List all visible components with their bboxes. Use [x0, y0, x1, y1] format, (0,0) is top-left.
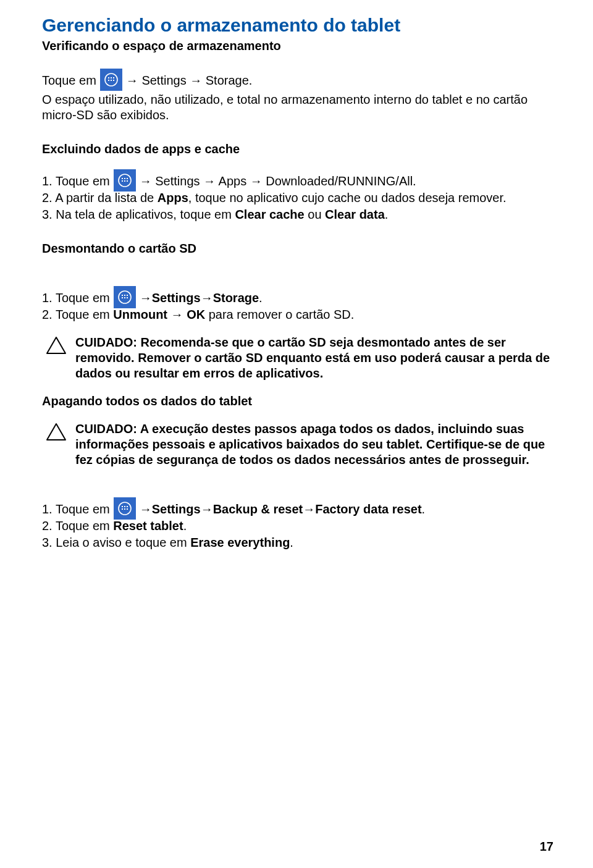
step1-pre: 1. Toque em	[42, 290, 110, 306]
svg-rect-11	[122, 180, 123, 182]
arrow: →	[140, 502, 152, 517]
svg-rect-5	[111, 80, 112, 81]
erase-step-1: 1. Toque em → Settings→ Backup & reset→ …	[42, 497, 551, 517]
excluding-step-2: 2. A partir da lista de Apps, toque no a…	[42, 190, 551, 206]
svg-rect-15	[122, 295, 123, 296]
svg-rect-9	[124, 178, 125, 179]
svg-marker-21	[47, 337, 65, 353]
svg-rect-27	[122, 508, 123, 510]
svg-rect-18	[122, 297, 123, 298]
bold-clear-cache: Clear cache	[235, 208, 304, 221]
step1-post: → Settings → Apps → Downloaded/RUNNING/A…	[140, 174, 416, 189]
arrow: →	[303, 502, 315, 517]
svg-rect-28	[124, 508, 125, 510]
text: 2. A partir da lista de	[42, 191, 158, 204]
period: .	[422, 502, 426, 517]
caution-unmount: CUIDADO: Recomenda-se que o cartão SD se…	[42, 335, 551, 381]
svg-marker-22	[47, 424, 65, 440]
svg-rect-6	[113, 80, 114, 81]
bold-ok: OK	[187, 308, 205, 321]
text: 3. Na tela de aplicativos, toque em	[42, 208, 235, 221]
excluding-step-3: 3. Na tela de aplicativos, toque em Clea…	[42, 207, 551, 222]
text: 2. Toque em	[42, 519, 113, 533]
text: para remover o cartão SD.	[205, 308, 354, 321]
settings-icon	[114, 169, 136, 192]
bold-settings: Settings	[152, 502, 201, 517]
intro-line: Toque em → Settings → Storage.	[42, 69, 551, 88]
svg-rect-8	[122, 178, 123, 179]
bold-erase-everything: Erase everything	[190, 536, 290, 549]
svg-rect-29	[127, 508, 128, 510]
period: .	[259, 290, 263, 306]
svg-rect-19	[124, 297, 125, 298]
bold-backup-reset: Backup & reset	[213, 502, 303, 517]
arrow: →	[140, 290, 152, 306]
svg-rect-20	[127, 297, 128, 298]
bold-clear-data: Clear data	[325, 208, 385, 221]
intro-pre-text: Toque em	[42, 73, 96, 88]
text: ou	[305, 208, 325, 221]
period: .	[183, 519, 187, 533]
arrow: →	[201, 290, 213, 306]
period: .	[290, 536, 293, 549]
document-page: Gerenciando o armazenamento do tablet Ve…	[0, 0, 593, 868]
svg-rect-16	[124, 295, 125, 296]
caution-icon	[46, 423, 67, 441]
heading-excluding: Excluindo dados de apps e cache	[42, 141, 551, 157]
svg-rect-1	[108, 77, 109, 78]
bold-settings: Settings	[152, 290, 201, 306]
bold-apps: Apps	[158, 191, 188, 204]
svg-rect-10	[127, 178, 128, 179]
unmount-step-1: 1. Toque em → Settings → Storage.	[42, 286, 551, 306]
text: 3. Leia o aviso e toque em	[42, 536, 190, 549]
caution-text: CUIDADO: A execução destes passos apaga …	[75, 421, 551, 468]
svg-rect-13	[127, 180, 128, 182]
step1-pre: 1. Toque em	[42, 502, 110, 517]
svg-rect-24	[122, 506, 123, 507]
svg-rect-12	[124, 180, 125, 182]
settings-icon	[114, 286, 136, 308]
arrow: →	[201, 502, 213, 517]
step1-pre: 1. Toque em	[42, 174, 110, 189]
arrow: →	[167, 308, 187, 321]
page-number: 17	[540, 839, 553, 854]
section-subtitle: Verificando o espaço de armazenamento	[42, 38, 551, 54]
erase-step-2: 2. Toque em Reset tablet.	[42, 518, 551, 534]
intro-post-text: → Settings → Storage.	[126, 73, 253, 88]
caution-erase: CUIDADO: A execução destes passos apaga …	[42, 421, 551, 468]
erase-step-3: 3. Leia o aviso e toque em Erase everyth…	[42, 535, 551, 550]
bold-storage: Storage	[213, 290, 259, 306]
svg-rect-3	[113, 77, 114, 78]
svg-rect-17	[127, 295, 128, 296]
bold-factory-reset: Factory data reset	[315, 502, 421, 517]
excluding-step-1: 1. Toque em → Settings → Apps → Download…	[42, 169, 551, 189]
unmount-step-2: 2. Toque em Unmount → OK para remover o …	[42, 307, 551, 322]
intro-paragraph: O espaço utilizado, não utilizado, e tot…	[42, 92, 551, 123]
svg-rect-25	[124, 506, 125, 507]
svg-rect-4	[108, 80, 109, 81]
bold-reset-tablet: Reset tablet	[113, 519, 183, 533]
text: 2. Toque em	[42, 308, 113, 321]
settings-icon	[114, 497, 136, 520]
heading-erase: Apagando todos os dados do tablet	[42, 394, 551, 409]
svg-rect-2	[111, 77, 112, 78]
caution-text: CUIDADO: Recomenda-se que o cartão SD se…	[75, 335, 551, 381]
caution-icon	[46, 336, 67, 355]
svg-rect-26	[127, 506, 128, 507]
settings-icon	[100, 69, 122, 91]
heading-unmount: Desmontando o cartão SD	[42, 241, 551, 256]
bold-unmount: Unmount	[113, 308, 167, 321]
text: .	[385, 208, 389, 221]
text: , toque no aplicativo cujo cache ou dado…	[188, 191, 507, 204]
page-title-h1: Gerenciando o armazenamento do tablet	[42, 14, 551, 37]
